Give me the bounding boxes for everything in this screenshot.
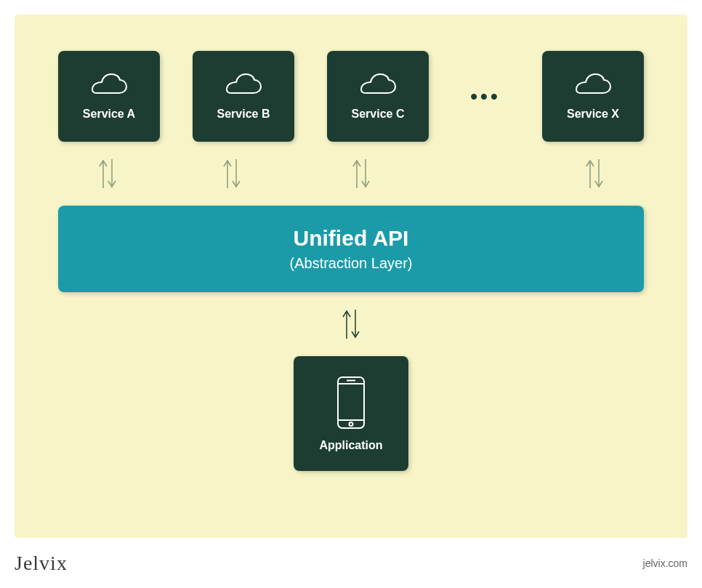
api-title: Unified API [73,226,629,251]
service-arrows-row [58,156,644,191]
bidir-arrow-icon [338,307,364,342]
phone-icon [334,375,368,430]
service-x-label: Service X [567,108,619,121]
service-a-box: Service A [58,51,160,142]
application-container: Application [58,356,644,471]
bidir-arrow-icon [94,156,121,191]
service-c-box: Service C [327,51,429,142]
diagram-container: Service A Service B Service C ••• Servic… [15,15,687,538]
center-arrow-container [58,307,644,342]
bidir-arrow-icon [219,156,245,191]
api-subtitle: (Abstraction Layer) [73,255,629,272]
bidir-arrow-icon [581,156,608,191]
svg-point-14 [350,422,353,426]
unified-api-box: Unified API (Abstraction Layer) [58,206,644,292]
cloud-icon [574,73,612,99]
service-a-label: Service A [83,108,135,121]
website-text: jelvix.com [643,557,687,569]
services-row: Service A Service B Service C ••• Servic… [58,51,644,142]
application-label: Application [319,439,382,452]
cloud-icon [90,73,128,99]
service-c-label: Service C [352,108,405,121]
application-box: Application [294,356,408,471]
cloud-icon [225,73,262,99]
service-x-box: Service X [542,51,644,142]
services-ellipsis: ••• [470,85,500,108]
services-group-left: Service A Service B Service C [58,51,429,142]
brand-logo: Jelvix [15,552,68,575]
footer: Jelvix jelvix.com [15,552,687,575]
bidir-arrow-icon [348,156,374,191]
cloud-icon [359,73,397,99]
service-b-box: Service B [193,51,294,142]
service-b-label: Service B [217,108,270,121]
